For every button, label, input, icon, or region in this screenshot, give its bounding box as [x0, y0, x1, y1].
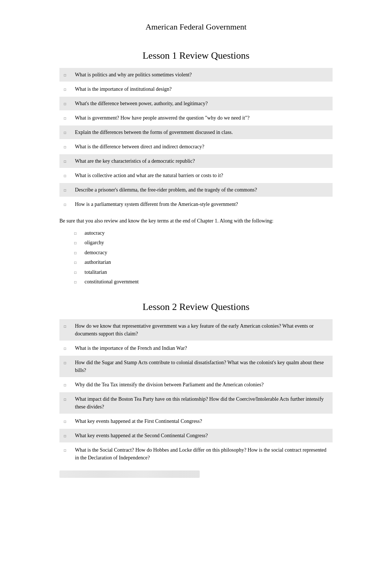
question-text: How is a parliamentary system different …	[75, 200, 238, 208]
main-title: American Federal Government	[59, 22, 333, 32]
list-item: □What is the importance of institutional…	[59, 82, 333, 96]
list-item: □democracy	[74, 248, 333, 258]
question-text: What is collective action and what are t…	[75, 172, 223, 179]
bullet-icon: □	[64, 130, 71, 135]
list-item: □Describe a prisoner's dilemma, the free…	[59, 183, 333, 197]
question-text: What is government? How have people answ…	[75, 114, 250, 122]
lesson2-section: Lesson 2 Review Questions □How do we kno…	[59, 301, 333, 478]
bullet-icon: □	[74, 240, 81, 246]
bullet-icon: □	[74, 260, 81, 266]
bullet-icon: □	[64, 360, 71, 366]
term-text: autocracy	[85, 229, 104, 237]
list-item: □How do we know that representative gove…	[59, 319, 333, 341]
question-text: Why did the Tea Tax intensify the divisi…	[75, 381, 264, 389]
question-text: What is the importance of the French and…	[75, 344, 187, 352]
bullet-icon: □	[64, 159, 71, 164]
bullet-icon: □	[74, 250, 81, 256]
lesson1-title: Lesson 1 Review Questions	[59, 50, 333, 61]
question-text: What impact did the Boston Tea Party hav…	[75, 395, 328, 411]
term-text: oligarchy	[85, 239, 104, 247]
bullet-icon: □	[64, 202, 71, 207]
list-item: □Why did the Tea Tax intensify the divis…	[59, 378, 333, 392]
bullet-icon: □	[64, 173, 71, 179]
term-text: constitutional government	[85, 278, 139, 286]
term-text: authoritarian	[85, 258, 111, 266]
list-item: □How did the Sugar and Stamp Acts contri…	[59, 356, 333, 377]
question-text: Describe a prisoner's dilemma, the free-…	[75, 186, 257, 194]
list-item: □What impact did the Boston Tea Party ha…	[59, 392, 333, 414]
term-text: totalitarian	[85, 268, 107, 276]
lesson2-questions-list: □How do we know that representative gove…	[59, 319, 333, 465]
key-terms-intro: Be sure that you also review and know th…	[59, 217, 333, 225]
list-item: □autocracy	[74, 228, 333, 238]
bullet-icon: □	[64, 187, 71, 193]
lesson1-questions-list: □What is politics and why are politics s…	[59, 68, 333, 211]
bullet-icon: □	[64, 101, 71, 107]
list-item: □What is government? How have people ans…	[59, 111, 333, 125]
question-text: What is the difference between direct an…	[75, 143, 204, 151]
question-text: How do we know that representative gover…	[75, 322, 328, 338]
list-item: □What are the key characteristics of a d…	[59, 154, 333, 168]
bullet-icon: □	[74, 279, 81, 285]
key-terms-list: □autocracy□oligarchy□democracy□authorita…	[59, 228, 333, 287]
list-item: □How is a parliamentary system different…	[59, 197, 333, 211]
bullet-icon: □	[64, 324, 71, 329]
list-item: □authoritarian	[74, 258, 333, 267]
list-item: □What is the Social Contract? How do Hob…	[59, 443, 333, 465]
question-text: How did the Sugar and Stamp Acts contrib…	[75, 359, 328, 374]
question-text: What's the difference between power, aut…	[75, 100, 208, 107]
question-text: What is the Social Contract? How do Hobb…	[75, 446, 328, 462]
term-text: democracy	[85, 249, 107, 257]
bullet-icon: □	[64, 144, 71, 150]
page-container: American Federal Government Lesson 1 Rev…	[45, 0, 347, 522]
bottom-redacted	[59, 470, 200, 478]
list-item: □totalitarian	[74, 268, 333, 277]
bullet-icon: □	[64, 346, 71, 351]
list-item: □What key events happened at the Second …	[59, 429, 333, 442]
question-text: What key events happened at the First Co…	[75, 417, 202, 425]
lesson2-title: Lesson 2 Review Questions	[59, 301, 333, 313]
question-text: What are the key characteristics of a de…	[75, 157, 195, 165]
bullet-icon: □	[64, 72, 71, 78]
bullet-icon: □	[64, 382, 71, 388]
bullet-icon: □	[64, 448, 71, 453]
question-text: Explain the differences between the form…	[75, 128, 233, 136]
list-item: □Explain the differences between the for…	[59, 125, 333, 139]
bullet-icon: □	[64, 87, 71, 92]
bullet-icon: □	[64, 115, 71, 121]
list-item: □What is the difference between direct a…	[59, 140, 333, 154]
list-item: □constitutional government	[74, 277, 333, 287]
list-item: □What is collective action and what are …	[59, 169, 333, 182]
question-text: What is politics and why are politics so…	[75, 71, 192, 79]
question-text: What key events happened at the Second C…	[75, 432, 208, 439]
list-item: □What key events happened at the First C…	[59, 414, 333, 428]
question-text: What is the importance of institutional …	[75, 85, 172, 93]
bullet-icon: □	[64, 397, 71, 402]
bullet-icon: □	[74, 270, 81, 276]
list-item: □oligarchy	[74, 238, 333, 248]
lesson1-section: Lesson 1 Review Questions □What is polit…	[59, 50, 333, 287]
bullet-icon: □	[64, 433, 71, 439]
list-item: □What's the difference between power, au…	[59, 97, 333, 110]
bullet-icon: □	[74, 231, 81, 237]
bullet-icon: □	[64, 419, 71, 424]
list-item: □What is the importance of the French an…	[59, 341, 333, 355]
list-item: □What is politics and why are politics s…	[59, 68, 333, 82]
